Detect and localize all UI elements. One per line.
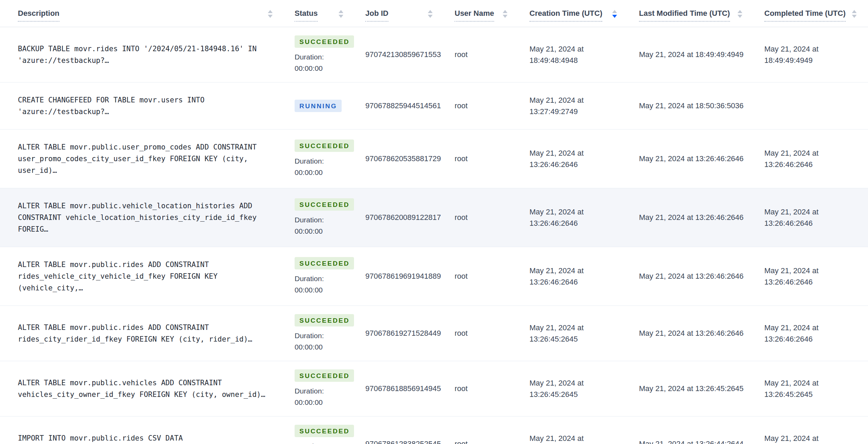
column-header-last-modified-time-utc[interactable]: Last Modified Time (UTC) <box>631 0 756 27</box>
sort-asc-arrow-icon <box>738 10 742 13</box>
status-badge: SUCCEEDED <box>295 198 354 211</box>
duration-value: 00:00:00 <box>295 167 347 178</box>
creation-time: May 21, 2024 at 13:26:46:2646 <box>521 247 631 306</box>
duration-label: Duration: <box>295 51 347 63</box>
duration-value: 00:00:00 <box>295 284 347 296</box>
description-cell: ALTER TABLE movr.public.rides ADD CONSTR… <box>0 306 286 361</box>
status-cell: SUCCEEDED Duration: 00:00:00 <box>286 27 357 82</box>
table-row[interactable]: ALTER TABLE movr.public.rides ADD CONSTR… <box>0 306 868 361</box>
completed-time: May 21, 2024 at 13:26:44:2644 <box>756 416 868 444</box>
table-header: Description Status Job ID User Name <box>0 0 868 27</box>
job-description: ALTER TABLE movr.public.vehicle_location… <box>18 202 261 233</box>
table-row[interactable]: ALTER TABLE movr.public.vehicles ADD CON… <box>0 361 868 416</box>
description-cell: CREATE CHANGEFEED FOR TABLE movr.users I… <box>0 82 286 129</box>
description-cell: ALTER TABLE movr.public.vehicles ADD CON… <box>0 361 286 416</box>
job-description: IMPORT INTO movr.public.rides CSV DATA (… <box>18 434 226 444</box>
column-header-label: Creation Time (UTC) <box>529 9 602 22</box>
table-row[interactable]: ALTER TABLE movr.public.user_promo_codes… <box>0 129 868 188</box>
sort-desc-arrow-icon <box>612 15 617 18</box>
user-name: root <box>446 129 521 188</box>
sort-asc-arrow-icon <box>428 10 433 13</box>
completed-time: May 21, 2024 at 13:26:46:2646 <box>756 247 868 306</box>
job-description: ALTER TABLE movr.public.rides ADD CONSTR… <box>18 323 252 343</box>
user-name: root <box>446 188 521 247</box>
jobs-table: Description Status Job ID User Name <box>0 0 868 444</box>
duration-label: Duration: <box>295 273 347 284</box>
sort-arrows-icon[interactable] <box>612 10 617 18</box>
duration-value: 00:00:00 <box>295 397 347 408</box>
status-cell: SUCCEEDED Duration: 00:00:00 <box>286 188 357 247</box>
sort-desc-arrow-icon <box>738 15 742 18</box>
duration-label: Duration: <box>295 214 347 225</box>
completed-time: May 21, 2024 at 13:26:46:2646 <box>756 188 868 247</box>
user-name: root <box>446 416 521 444</box>
sort-asc-arrow-icon <box>503 10 507 13</box>
table-row[interactable]: IMPORT INTO movr.public.rides CSV DATA (… <box>0 416 868 444</box>
job-id: 970678825944514561 <box>357 82 446 129</box>
status-badge: RUNNING <box>295 100 342 112</box>
last-modified-time: May 21, 2024 at 18:50:36:5036 <box>631 82 756 129</box>
column-header-label: Description <box>18 9 59 22</box>
user-name: root <box>446 82 521 129</box>
column-header-completed-time-utc[interactable]: Completed Time (UTC) <box>756 0 868 27</box>
creation-time: May 21, 2024 at 18:49:48:4948 <box>521 27 631 82</box>
creation-time: May 21, 2024 at 13:26:46:2646 <box>521 188 631 247</box>
completed-time <box>756 82 868 129</box>
status-badge: SUCCEEDED <box>295 140 354 152</box>
sort-arrows-icon[interactable] <box>339 10 343 18</box>
sort-arrows-icon[interactable] <box>738 10 742 18</box>
description-cell: ALTER TABLE movr.public.user_promo_codes… <box>0 129 286 188</box>
status-badge: SUCCEEDED <box>295 369 354 382</box>
sort-arrows-icon[interactable] <box>268 10 273 18</box>
column-header-label: Job ID <box>365 9 388 22</box>
sort-arrows-icon[interactable] <box>503 10 507 18</box>
job-description: ALTER TABLE movr.public.vehicles ADD CON… <box>18 379 265 399</box>
status-cell: SUCCEEDED Duration: 00:00:00 <box>286 247 357 306</box>
column-header-description[interactable]: Description <box>0 0 286 27</box>
status-cell: SUCCEEDED Duration: 00:00:00 <box>286 416 357 444</box>
column-header-label: User Name <box>455 9 494 22</box>
last-modified-time: May 21, 2024 at 13:26:46:2646 <box>631 129 756 188</box>
job-id: 970678620535881729 <box>357 129 446 188</box>
sort-asc-arrow-icon <box>852 10 857 13</box>
sort-desc-arrow-icon <box>428 15 433 18</box>
column-header-user-name[interactable]: User Name <box>446 0 521 27</box>
column-header-job-id[interactable]: Job ID <box>357 0 446 27</box>
table-row[interactable]: BACKUP TABLE movr.rides INTO '/2024/05/2… <box>0 27 868 82</box>
completed-time: May 21, 2024 at 18:49:49:4949 <box>756 27 868 82</box>
status-cell: SUCCEEDED Duration: 00:00:00 <box>286 361 357 416</box>
job-description: ALTER TABLE movr.public.rides ADD CONSTR… <box>18 260 222 292</box>
creation-time: May 21, 2024 at 13:27:49:2749 <box>521 82 631 129</box>
sort-asc-arrow-icon <box>268 10 273 13</box>
status-badge: SUCCEEDED <box>295 314 354 326</box>
duration-value: 00:00:00 <box>295 341 347 353</box>
job-id: 970678619271528449 <box>357 306 446 361</box>
sort-desc-arrow-icon <box>503 15 507 18</box>
column-header-creation-time-utc[interactable]: Creation Time (UTC) <box>521 0 631 27</box>
user-name: root <box>446 247 521 306</box>
creation-time: May 21, 2024 at 13:26:45:2645 <box>521 306 631 361</box>
user-name: root <box>446 306 521 361</box>
last-modified-time: May 21, 2024 at 18:49:49:4949 <box>631 27 756 82</box>
last-modified-time: May 21, 2024 at 13:26:46:2646 <box>631 188 756 247</box>
last-modified-time: May 21, 2024 at 13:26:46:2646 <box>631 306 756 361</box>
table-row[interactable]: CREATE CHANGEFEED FOR TABLE movr.users I… <box>0 82 868 129</box>
description-cell: ALTER TABLE movr.public.vehicle_location… <box>0 188 286 247</box>
completed-time: May 21, 2024 at 13:26:45:2645 <box>756 361 868 416</box>
description-cell: BACKUP TABLE movr.rides INTO '/2024/05/2… <box>0 27 286 82</box>
table-row[interactable]: ALTER TABLE movr.public.vehicle_location… <box>0 188 868 247</box>
sort-asc-arrow-icon <box>612 10 617 13</box>
sort-desc-arrow-icon <box>339 15 343 18</box>
duration-value: 00:00:00 <box>295 225 347 237</box>
job-description: BACKUP TABLE movr.rides INTO '/2024/05/2… <box>18 45 256 65</box>
table-row[interactable]: ALTER TABLE movr.public.rides ADD CONSTR… <box>0 247 868 306</box>
job-id: 970678619691941889 <box>357 247 446 306</box>
creation-time: May 21, 2024 at 13:26:43:2643 <box>521 416 631 444</box>
duration-label: Duration: <box>295 385 347 397</box>
column-header-status[interactable]: Status <box>286 0 357 27</box>
sort-arrows-icon[interactable] <box>852 10 857 18</box>
user-name: root <box>446 361 521 416</box>
job-id: 970742130859671553 <box>357 27 446 82</box>
status-cell: SUCCEEDED Duration: 00:00:00 <box>286 306 357 361</box>
sort-arrows-icon[interactable] <box>428 10 433 18</box>
